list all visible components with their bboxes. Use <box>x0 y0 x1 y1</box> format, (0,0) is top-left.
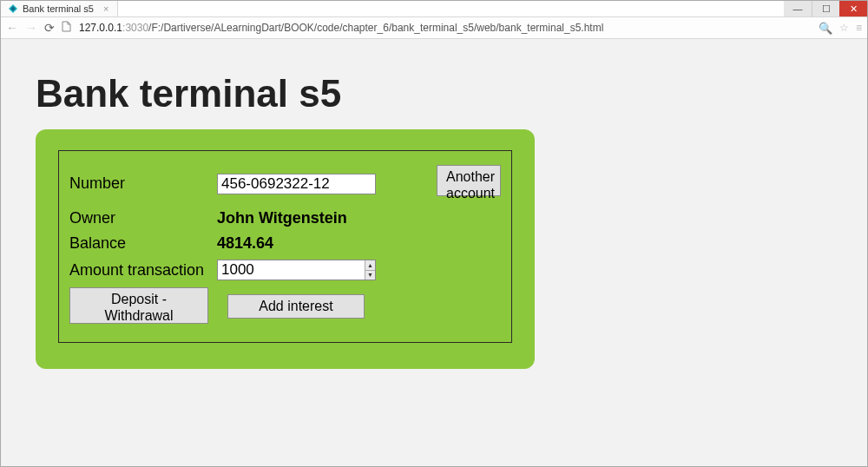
amount-spinner[interactable]: ▲ ▼ <box>365 260 375 280</box>
window-maximize-button[interactable]: ☐ <box>812 1 839 16</box>
balance-value: 4814.64 <box>215 231 503 256</box>
bank-card: Number Another account Owner John Witgen… <box>36 129 535 369</box>
dart-favicon <box>8 3 18 14</box>
browser-tab[interactable]: Bank terminal s5 × <box>1 1 118 16</box>
window-minimize-button[interactable]: — <box>784 1 812 16</box>
page-icon <box>62 21 72 35</box>
deposit-withdrawal-button[interactable]: Deposit - Withdrawal <box>69 287 208 324</box>
reload-icon[interactable]: ⟳ <box>44 22 55 34</box>
url-port: :3030 <box>122 22 148 34</box>
label-number: Number <box>68 161 215 206</box>
owner-value: John Witgenstein <box>215 206 503 231</box>
label-balance: Balance <box>68 231 215 256</box>
tab-title: Bank terminal s5 <box>23 3 94 14</box>
page-title: Bank terminal s5 <box>36 72 832 115</box>
amount-input[interactable] <box>217 260 376 280</box>
browser-address-bar: ← → ⟳ 127.0.0.1:3030/F:/Dartiverse/ALear… <box>1 17 867 39</box>
url-path: /F:/Dartiverse/ALearningDart/BOOK/code/c… <box>148 22 603 34</box>
label-amount: Amount transaction <box>68 256 215 284</box>
page-viewport: Bank terminal s5 Number Another account … <box>1 39 867 466</box>
label-owner: Owner <box>68 206 215 231</box>
spinner-up-icon[interactable]: ▲ <box>365 260 375 271</box>
url-display[interactable]: 127.0.0.1:3030/F:/Dartiverse/ALearningDa… <box>79 22 812 34</box>
window-close-button[interactable]: ✕ <box>839 1 867 16</box>
tab-close-icon[interactable]: × <box>103 3 108 14</box>
nav-back-icon[interactable]: ← <box>6 22 18 34</box>
add-interest-button[interactable]: Add interest <box>227 294 365 319</box>
url-host: 127.0.0.1 <box>79 22 122 34</box>
window-titlebar: Bank terminal s5 × — ☐ ✕ <box>1 1 867 17</box>
another-account-button[interactable]: Another account <box>437 165 501 196</box>
bank-form-panel: Number Another account Owner John Witgen… <box>58 150 512 343</box>
search-icon[interactable]: 🔍 <box>819 22 832 35</box>
spinner-down-icon[interactable]: ▼ <box>365 271 375 280</box>
bookmark-icon[interactable]: ☆ <box>839 22 849 34</box>
menu-icon[interactable]: ≡ <box>856 22 862 34</box>
account-number-input[interactable] <box>217 174 376 194</box>
nav-forward-icon[interactable]: → <box>25 22 37 34</box>
